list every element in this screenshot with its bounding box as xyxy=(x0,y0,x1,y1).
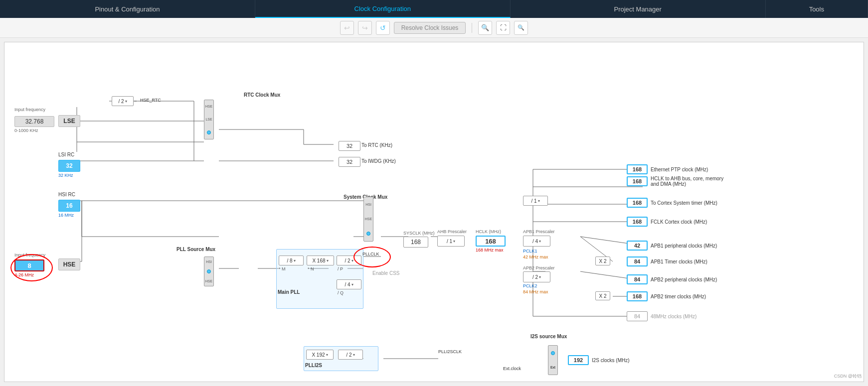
zoom-in-button[interactable]: 🔍 xyxy=(478,21,492,35)
pll-src-mux: HSI HSE xyxy=(204,257,214,286)
lsi-block: 32 xyxy=(58,160,80,172)
pclk2-max: 84 MHz max xyxy=(523,289,548,294)
i2s-clk-row: 192 I2S clocks (MHz) xyxy=(568,355,630,365)
apb1-label: APB1 Prescaler xyxy=(523,229,555,234)
i2s-mux-label: I2S source Mux xyxy=(530,334,567,339)
to-rtc-label: To RTC (KHz) xyxy=(361,142,392,148)
lse-freq-value[interactable]: 32.768 xyxy=(14,116,54,127)
hsi-block: 16 xyxy=(58,200,80,212)
pclk1-max: 42 MHz max xyxy=(523,255,548,259)
apb2-label: APB2 Prescaler xyxy=(523,265,555,270)
clock-diagram: Input frequency 32.768 0-1000 KHz LSE LS… xyxy=(4,42,864,382)
apb1-timer-row: 84 APB1 Timer clocks (MHz) xyxy=(627,257,707,266)
div-m-select[interactable]: / 8▾ xyxy=(279,256,304,265)
hse-rtc-label: HSE_RTC xyxy=(140,98,161,103)
nav-pinout[interactable]: Pinout & Configuration xyxy=(0,0,255,18)
hclk-max: 168 MHz max xyxy=(476,248,504,253)
apb1-x2: X 2 xyxy=(595,257,610,265)
zoom-out-button[interactable]: 🔍 xyxy=(514,21,528,35)
enable-css-label: Enable CSS xyxy=(372,270,399,276)
pll-src-mux-label: PLL Source Mux xyxy=(176,247,215,252)
lsi-khz-label: 32 KHz xyxy=(58,173,73,178)
sysclk-value: 168 xyxy=(403,237,428,248)
pclk2-out-val: 84 xyxy=(627,274,648,284)
nav-tools[interactable]: Tools xyxy=(766,0,868,18)
cortex-div-select[interactable]: / 1▾ xyxy=(523,196,548,206)
lse-freq-range: 0-1000 KHz xyxy=(14,128,38,133)
i2s-n-select[interactable]: X 192▾ xyxy=(306,350,334,360)
cortex-timer-val: 168 xyxy=(627,198,648,208)
apb2-prescaler-select[interactable]: / 2▾ xyxy=(523,271,550,282)
i2s-clk-val: 192 xyxy=(568,355,589,365)
div-q-select[interactable]: / 4▾ xyxy=(337,279,361,289)
hsi-mhz-label: 16 MHz xyxy=(58,213,74,218)
to-iwdg-label: To IWDG (KHz) xyxy=(361,158,396,164)
zoom-fit-button[interactable]: ⛶ xyxy=(496,21,510,35)
hse-freq-range: 4-26 MHz xyxy=(14,272,34,277)
redo-button[interactable]: ↪ xyxy=(358,21,372,35)
resolve-clock-button[interactable]: Resolve Clock Issues xyxy=(394,22,466,34)
connection-lines xyxy=(4,42,864,382)
hclk-ahb-val: 168 xyxy=(627,176,648,186)
apb1-timer-val: 84 xyxy=(627,257,648,266)
refresh-button[interactable]: ↺ xyxy=(376,21,390,35)
rtc-output-val: 32 xyxy=(339,141,360,151)
hclk-value: 168 xyxy=(476,236,506,247)
separator xyxy=(472,23,472,33)
pllclk-label: PLLCLK xyxy=(362,252,379,257)
undo-button[interactable]: ↩ xyxy=(340,21,354,35)
lse-block: LSE xyxy=(58,115,80,127)
iwdg-output-val: 32 xyxy=(339,157,360,167)
plli2s-section: PLLI2S X 192▾ / 2▾ xyxy=(304,346,378,371)
rtc-mux-label: RTC Clock Mux xyxy=(244,92,280,98)
hse-freq-value[interactable]: 8 xyxy=(14,259,44,271)
mul-n-select[interactable]: X 168▾ xyxy=(307,256,334,265)
sysclk-label: SYSCLK (MHz) xyxy=(403,231,435,236)
cortex-timer-row: 168 To Cortex System timer (MHz) xyxy=(627,198,717,208)
main-pll-box: Main PLL / 8▾ * M X 168▾ * N / 2▾ / P xyxy=(276,249,363,309)
pclk2-row: 84 APB2 peripheral clocks (MHz) xyxy=(627,274,717,284)
main-area: Input frequency 32.768 0-1000 KHz LSE LS… xyxy=(0,38,868,386)
apb1-prescaler-select[interactable]: / 4▾ xyxy=(523,236,550,247)
hse-block: HSE xyxy=(58,258,80,270)
apb2-x2: X 2 xyxy=(595,291,610,300)
plli2sclk-label: PLLI2SCLK xyxy=(438,349,462,354)
hclk-label: HCLK (MHz) xyxy=(476,229,501,234)
nav-clock[interactable]: Clock Configuration xyxy=(255,0,511,18)
nav-project[interactable]: Project Manager xyxy=(511,0,766,18)
hse-freq-label: Input frequency xyxy=(14,253,54,257)
fclk-val: 168 xyxy=(627,217,648,227)
i2s-r-select[interactable]: / 2▾ xyxy=(338,350,363,360)
watermark: CSDN @铃铛 xyxy=(834,373,862,380)
apb2-timer-val: 168 xyxy=(627,291,648,301)
ahb-label: AHB Prescaler xyxy=(437,229,467,234)
sysclk-mux: HSI HSE xyxy=(363,197,373,242)
apb2-timer-row: 168 APB2 timer clocks (MHz) xyxy=(627,291,706,301)
top-nav: Pinout & Configuration Clock Configurati… xyxy=(0,0,868,18)
clk48-val: 84 xyxy=(627,311,648,321)
clk48-row: 84 48MHz clocks (MHz) xyxy=(627,311,696,321)
lse-freq-label: Input frequency xyxy=(14,107,54,112)
div-p-select[interactable]: / 2▾ xyxy=(337,256,361,265)
eth-ptp-row: 168 Ethernet PTP clock (MHz) xyxy=(627,164,708,174)
fclk-row: 168 FCLK Cortex clock (MHz) xyxy=(627,217,707,227)
i2s-mux: Ext xyxy=(548,345,558,375)
rtc-mux: HSE LSE xyxy=(204,100,214,139)
ahb-prescaler-select[interactable]: / 1▾ xyxy=(437,236,465,247)
toolbar: ↩ ↪ ↺ Resolve Clock Issues 🔍 ⛶ 🔍 xyxy=(0,18,868,38)
pclk1-out-val: 42 xyxy=(627,241,648,251)
diagram-area: Input frequency 32.768 0-1000 KHz LSE LS… xyxy=(4,42,864,382)
hclk-ahb-row: 168 HCLK to AHB bus, core, memory and DM… xyxy=(627,176,730,187)
ext-clock-label: Ext.clock xyxy=(503,366,521,371)
hse-div2-select[interactable]: / 2▾ xyxy=(112,96,134,106)
lsi-label: LSI RC xyxy=(58,152,74,157)
hsi-label: HSI RC xyxy=(58,192,75,197)
pclk1-row: 42 APB1 peripheral clocks (MHz) xyxy=(627,241,717,251)
pclk2-label: PCLK2 xyxy=(523,283,537,288)
pclk1-label: PCLK1 xyxy=(523,249,537,254)
eth-ptp-val: 168 xyxy=(627,164,648,174)
